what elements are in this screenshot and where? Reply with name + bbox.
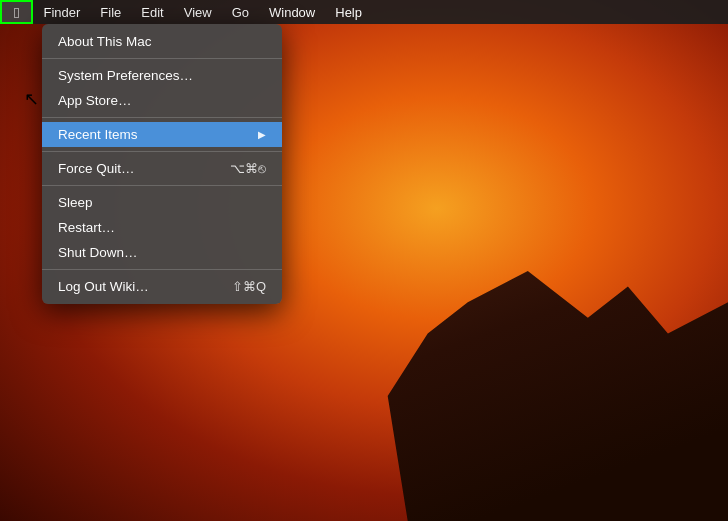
system-preferences-item[interactable]: System Preferences…: [42, 63, 282, 88]
submenu-arrow-icon: ▶: [258, 129, 266, 140]
force-quit-item[interactable]: Force Quit… ⌥⌘⎋: [42, 156, 282, 181]
finder-menu[interactable]: Finder: [33, 0, 90, 24]
force-quit-shortcut: ⌥⌘⎋: [230, 161, 266, 176]
sleep-item[interactable]: Sleep: [42, 190, 282, 215]
logout-shortcut: ⇧⌘Q: [232, 279, 266, 294]
apple-dropdown-menu: About This Mac System Preferences… App S…: [42, 24, 282, 304]
separator-4: [42, 185, 282, 186]
shutdown-item[interactable]: Shut Down…: [42, 240, 282, 265]
file-menu[interactable]: File: [90, 0, 131, 24]
help-menu[interactable]: Help: [325, 0, 372, 24]
edit-menu[interactable]: Edit: [131, 0, 173, 24]
separator-3: [42, 151, 282, 152]
go-menu[interactable]: Go: [222, 0, 259, 24]
app-store-item[interactable]: App Store…: [42, 88, 282, 113]
separator-1: [42, 58, 282, 59]
apple-menu-button[interactable]: : [0, 0, 33, 24]
menu-bar:  Finder File Edit View Go Window Help: [0, 0, 728, 24]
view-menu[interactable]: View: [174, 0, 222, 24]
separator-2: [42, 117, 282, 118]
window-menu[interactable]: Window: [259, 0, 325, 24]
restart-item[interactable]: Restart…: [42, 215, 282, 240]
about-this-mac-item[interactable]: About This Mac: [42, 29, 282, 54]
apple-logo-icon: : [14, 4, 19, 21]
separator-5: [42, 269, 282, 270]
recent-items-item[interactable]: Recent Items ▶: [42, 122, 282, 147]
logout-item[interactable]: Log Out Wiki… ⇧⌘Q: [42, 274, 282, 299]
